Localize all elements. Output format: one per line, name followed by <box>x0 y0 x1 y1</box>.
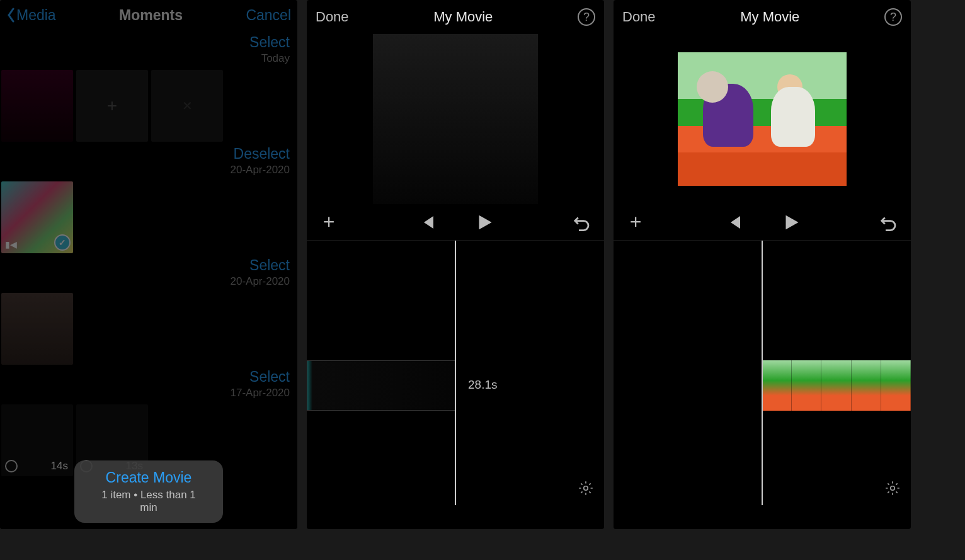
video-preview[interactable] <box>614 34 911 204</box>
create-movie-button[interactable]: Create Movie 1 item • Less than 1 min <box>74 460 223 523</box>
clip-frame <box>852 360 881 411</box>
section-date: Today <box>0 52 290 65</box>
create-movie-sub: 1 item • Less than 1 min <box>92 489 205 514</box>
question-icon: ? <box>890 11 896 24</box>
settings-button[interactable] <box>884 480 901 496</box>
media-thumbnail[interactable]: + <box>76 70 148 142</box>
cross-icon: ✕ <box>182 98 193 113</box>
back-button[interactable]: Media <box>6 7 56 24</box>
section-date: 20-Apr-2020 <box>0 275 290 288</box>
skip-back-icon <box>418 213 437 232</box>
back-label: Media <box>16 7 56 24</box>
moments-picker-screen: Media Moments Cancel Select Today + ✕ De… <box>0 0 297 529</box>
play-button[interactable] <box>474 213 493 232</box>
character-icon <box>697 71 728 103</box>
clip-frame <box>792 360 821 411</box>
select-button[interactable]: Select <box>0 34 290 51</box>
play-button[interactable] <box>781 213 800 232</box>
header: Media Moments Cancel <box>0 0 297 30</box>
section-header: Select 20-Apr-2020 <box>0 253 297 288</box>
section-date: 17-Apr-2020 <box>0 387 290 399</box>
unselected-circle-icon <box>5 460 18 472</box>
check-icon: ✓ <box>54 234 71 251</box>
thumbnail-row: + ✕ <box>0 65 297 142</box>
play-icon <box>474 213 493 232</box>
preview-frame <box>678 52 847 186</box>
add-media-button[interactable]: + <box>626 213 645 232</box>
gear-icon <box>578 480 594 496</box>
media-thumbnail[interactable] <box>1 70 73 142</box>
media-thumbnail[interactable] <box>1 293 73 365</box>
clip-duration: 14s <box>51 460 68 472</box>
create-movie-label: Create Movie <box>92 469 205 486</box>
media-thumbnail-selected[interactable]: ▮◀ ✓ <box>1 181 73 253</box>
chevron-left-icon <box>6 8 15 23</box>
character-icon <box>777 74 802 100</box>
media-thumbnail[interactable]: ✕ <box>151 70 223 142</box>
add-media-button[interactable]: + <box>319 213 338 232</box>
select-button[interactable]: Select <box>0 369 290 386</box>
editor-header: Done My Movie ? <box>307 0 604 34</box>
project-title: My Movie <box>740 9 799 25</box>
timeline[interactable] <box>614 241 911 505</box>
select-button[interactable]: Select <box>0 257 290 274</box>
editor-toolbar: + <box>307 204 604 241</box>
clip-frame <box>821 360 851 411</box>
settings-button[interactable] <box>578 480 594 496</box>
skip-back-icon <box>724 213 743 232</box>
thumbnail-row: ▮◀ ✓ <box>0 176 297 253</box>
svg-point-1 <box>891 486 895 491</box>
section-header: Select 17-Apr-2020 <box>0 365 297 399</box>
timeline-clip[interactable] <box>307 360 455 411</box>
thumbnail-row <box>0 288 297 365</box>
done-button[interactable]: Done <box>622 9 656 25</box>
question-icon: ? <box>583 11 590 24</box>
video-preview[interactable] <box>307 34 604 204</box>
undo-button[interactable] <box>879 213 898 232</box>
undo-icon <box>573 213 591 232</box>
project-title: My Movie <box>433 9 493 25</box>
undo-button[interactable] <box>573 213 591 232</box>
deselect-button[interactable]: Deselect <box>0 146 290 163</box>
timeline[interactable]: 28.1s <box>307 241 604 505</box>
timecode: 28.1s <box>468 378 497 392</box>
plus-icon: + <box>107 96 117 116</box>
done-button[interactable]: Done <box>316 9 349 25</box>
svg-point-0 <box>584 486 588 491</box>
editor-screen: Done My Movie ? + 28.1s <box>307 0 604 529</box>
section-date: 20-Apr-2020 <box>0 164 290 176</box>
page-title: Moments <box>119 7 183 24</box>
section-header: Deselect 20-Apr-2020 <box>0 142 297 176</box>
section-header: Select Today <box>0 30 297 65</box>
editor-toolbar: + <box>614 204 911 241</box>
playhead[interactable] <box>762 241 763 505</box>
clip-frame <box>762 360 792 411</box>
video-icon: ▮◀ <box>5 239 17 249</box>
skip-back-button[interactable] <box>418 213 437 232</box>
play-icon <box>781 213 800 232</box>
cancel-button[interactable]: Cancel <box>246 7 291 24</box>
playhead[interactable] <box>455 241 456 505</box>
help-button[interactable]: ? <box>578 8 595 26</box>
editor-header: Done My Movie ? <box>614 0 911 34</box>
undo-icon <box>879 213 898 232</box>
clip-frame <box>881 360 911 411</box>
media-thumbnail[interactable]: 14s <box>1 404 73 476</box>
skip-back-button[interactable] <box>724 213 743 232</box>
editor-screen: Done My Movie ? + <box>614 0 911 529</box>
timeline-clip[interactable] <box>762 360 911 411</box>
gear-icon <box>884 480 901 496</box>
help-button[interactable]: ? <box>884 8 902 26</box>
